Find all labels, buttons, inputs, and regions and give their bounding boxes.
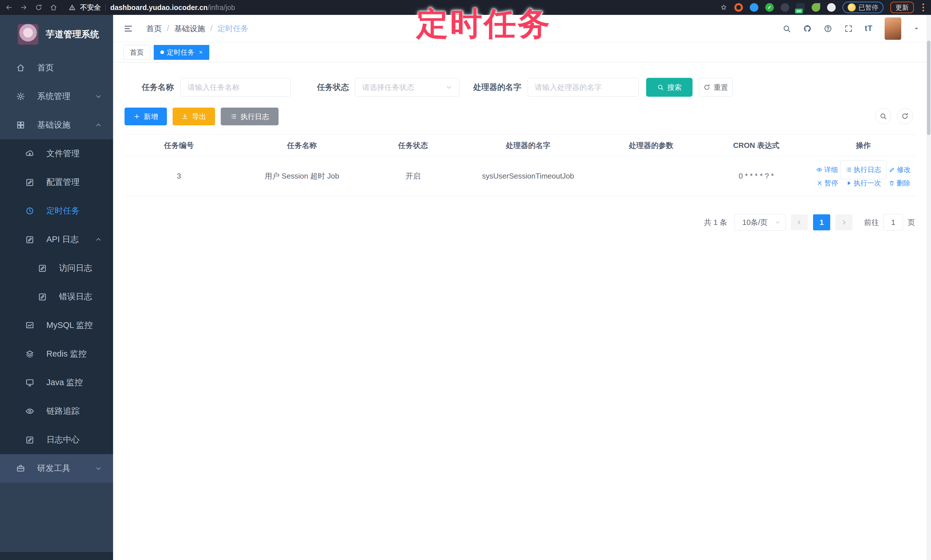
run-once-link[interactable]: 执行一次: [846, 178, 881, 188]
page-number-active[interactable]: 1: [813, 214, 830, 230]
delete-link[interactable]: 删除: [889, 178, 910, 188]
export-button[interactable]: 导出: [173, 108, 215, 125]
sidebar: 芋道管理系统 首页 系统管理 基础设施 文件管理 配置管理 定时任务 API 日…: [0, 15, 113, 560]
breadcrumb-infrastructure[interactable]: 基础设施: [174, 23, 205, 34]
job-id: 3: [123, 172, 234, 180]
grid-icon: [16, 120, 25, 130]
extension-icon-puzzle[interactable]: [781, 3, 789, 12]
prev-page-button[interactable]: [791, 214, 808, 230]
edit-link[interactable]: 修改: [889, 165, 911, 174]
browser-update-button[interactable]: 更新: [890, 2, 914, 13]
not-secure-warning-icon: [69, 4, 76, 11]
toggle-search-button[interactable]: [875, 108, 891, 124]
smiley-emoji-icon: [848, 3, 856, 11]
refresh-icon: [901, 112, 909, 120]
row-exec-log-link[interactable]: 执行日志: [840, 160, 886, 179]
job-handler: sysUserSessionTimeoutJob: [456, 170, 600, 182]
security-label[interactable]: 不安全: [80, 3, 101, 12]
sidebar-toggle-icon[interactable]: [123, 24, 133, 34]
help-question-icon[interactable]: [824, 24, 832, 33]
reset-button[interactable]: 重置: [699, 78, 732, 97]
breadcrumb-home[interactable]: 首页: [146, 23, 162, 34]
github-icon[interactable]: [803, 24, 812, 33]
app-logo-row[interactable]: 芋道管理系统: [0, 15, 113, 54]
extension-icon-leaf[interactable]: [812, 3, 820, 12]
browser-back-icon[interactable]: [5, 4, 12, 11]
sidebar-item-home[interactable]: 首页: [0, 54, 113, 82]
font-size-icon[interactable]: tT: [865, 24, 872, 33]
close-tab-icon[interactable]: ×: [199, 49, 203, 56]
infrastructure-submenu: 文件管理 配置管理 定时任务 API 日志 访问日志 错误日志 MySQL 监控: [0, 139, 113, 454]
sidebar-item-mysql-monitor[interactable]: MySQL 监控: [0, 311, 113, 340]
search-button[interactable]: 搜索: [646, 78, 692, 97]
play-icon: [846, 180, 852, 186]
refresh-icon: [703, 84, 710, 91]
doc-edit-icon: [38, 263, 47, 273]
job-status-label: 任务状态: [317, 78, 349, 97]
chevron-down-icon: [445, 84, 452, 91]
sidebar-item-system-mgmt[interactable]: 系统管理: [0, 82, 113, 111]
chevron-up-icon: [95, 236, 102, 243]
tab-scheduled-jobs[interactable]: 定时任务 ×: [154, 45, 209, 60]
table-row: 3 用户 Session 超时 Job 开启 sysUserSessionTim…: [123, 156, 917, 196]
add-button[interactable]: 新增: [125, 108, 167, 125]
total-count: 共 1 条: [704, 217, 727, 228]
detail-link[interactable]: 详细: [816, 165, 838, 174]
search-icon[interactable]: [782, 24, 791, 33]
close-icon: [817, 180, 823, 186]
sidebar-item-api-logs[interactable]: API 日志: [0, 225, 113, 254]
tab-home[interactable]: 首页: [123, 45, 150, 60]
page-size-select[interactable]: 10条/页: [735, 214, 786, 231]
jobs-table: 任务编号 任务名称 任务状态 处理器的名字 处理器的参数 CRON 表达式 操作…: [123, 134, 917, 196]
user-avatar[interactable]: [885, 17, 901, 40]
sidebar-item-redis-monitor[interactable]: Redis 监控: [0, 340, 113, 368]
page-url[interactable]: dashboard.yudao.iocoder.cn/infra/job: [110, 3, 235, 12]
bookmark-star-icon[interactable]: [720, 4, 728, 11]
address-bar[interactable]: 不安全 dashboard.yudao.iocoder.cn/infra/job: [69, 3, 712, 12]
scrollbar-thumb[interactable]: [927, 41, 930, 135]
exec-log-button[interactable]: 执行日志: [221, 108, 279, 125]
navbar-actions: tT: [782, 17, 931, 40]
tampermonkey-paused-pill[interactable]: 已暂停: [843, 2, 883, 13]
extension-icon-ghost[interactable]: [827, 3, 835, 12]
goto-page-input[interactable]: [883, 214, 903, 231]
next-page-button[interactable]: [835, 214, 852, 230]
job-name-input[interactable]: 请输入任务名称: [180, 78, 291, 97]
refresh-table-button[interactable]: [897, 108, 913, 124]
extension-icon-green-check[interactable]: ✓: [765, 3, 774, 12]
user-menu-caret-icon[interactable]: [913, 25, 920, 32]
sidebar-item-java-monitor[interactable]: Java 监控: [0, 368, 113, 397]
job-status: 开启: [369, 171, 456, 181]
vertical-scrollbar[interactable]: [926, 15, 931, 560]
monitor-icon: [25, 378, 34, 387]
download-icon: [182, 113, 188, 120]
job-status-select[interactable]: 请选择任务状态: [355, 78, 459, 97]
cloud-upload-icon: [25, 149, 34, 158]
eye-icon: [816, 166, 823, 173]
goto-page-group: 前往 页: [864, 214, 915, 231]
pause-link[interactable]: 暂停: [817, 178, 838, 188]
sidebar-item-access-logs[interactable]: 访问日志: [0, 254, 113, 282]
extension-icon-blue-drop[interactable]: [750, 3, 758, 12]
chevron-left-icon: [796, 219, 803, 226]
sidebar-item-infrastructure[interactable]: 基础设施: [0, 111, 113, 139]
sidebar-item-error-logs[interactable]: 错误日志: [0, 282, 113, 311]
browser-home-icon[interactable]: [50, 4, 57, 11]
sidebar-item-log-center[interactable]: 日志中心: [0, 426, 113, 454]
sidebar-footer-strip: [0, 552, 113, 560]
layers-icon: [25, 349, 34, 358]
sidebar-item-config-mgmt[interactable]: 配置管理: [0, 168, 113, 197]
sidebar-item-scheduled-jobs[interactable]: 定时任务: [0, 197, 113, 225]
browser-reload-icon[interactable]: [35, 4, 42, 11]
handler-name-input[interactable]: 请输入处理器的名字: [528, 78, 639, 97]
sidebar-item-file-mgmt[interactable]: 文件管理: [0, 139, 113, 168]
fullscreen-icon[interactable]: [844, 24, 853, 33]
breadcrumb-separator: /: [167, 24, 169, 33]
browser-forward-icon[interactable]: [20, 4, 28, 11]
sidebar-item-dev-tools[interactable]: 研发工具: [0, 454, 113, 483]
browser-menu-kebab-icon[interactable]: [921, 3, 926, 11]
extension-icon-orange-ring[interactable]: [734, 3, 743, 12]
extension-icon-switcher[interactable]: on: [796, 3, 805, 12]
sidebar-item-trace[interactable]: 链路追踪: [0, 397, 113, 426]
table-header-row: 任务编号 任务名称 任务状态 处理器的名字 处理器的参数 CRON 表达式 操作: [123, 134, 917, 156]
